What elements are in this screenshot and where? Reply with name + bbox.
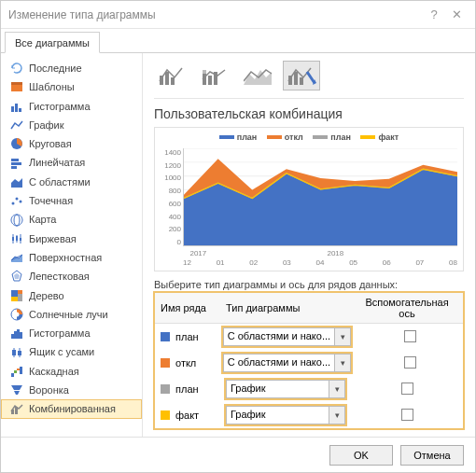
sidebar-item-10[interactable]: Поверхностная (1, 248, 142, 267)
series-row-2: планГрафик▾ (155, 376, 463, 402)
chart-type-icon (10, 327, 23, 340)
sidebar-item-3[interactable]: График (1, 116, 142, 134)
sidebar-item-17[interactable]: Воронка (1, 381, 142, 399)
series-swatch (161, 358, 170, 368)
col-secondary-axis: Вспомогательная ось (351, 293, 463, 323)
ok-button[interactable]: OK (329, 445, 393, 466)
sidebar-item-0[interactable]: Последние (1, 59, 142, 77)
chart-type-icon (10, 251, 23, 264)
close-button[interactable]: ✕ (445, 7, 468, 21)
sidebar-item-label: Шаблоны (29, 80, 75, 93)
chart-type-icon (10, 137, 23, 150)
sidebar-item-label: Точечная (29, 194, 73, 207)
secondary-axis-checkbox[interactable] (404, 356, 416, 369)
svg-rect-8 (11, 166, 17, 169)
sidebar-item-11[interactable]: Лепестковая (1, 267, 142, 285)
legend-fact: факт (378, 132, 399, 142)
secondary-axis-checkbox[interactable] (404, 330, 416, 342)
secondary-axis-checkbox[interactable] (401, 383, 413, 395)
subtype-row (154, 61, 464, 99)
sidebar-item-12[interactable]: Дерево (1, 286, 142, 305)
chevron-down-icon[interactable]: ▾ (334, 327, 351, 346)
sidebar-item-label: Линейчатая (29, 156, 85, 169)
sidebar-item-label: Комбинированная (29, 402, 116, 415)
chart-type-combo[interactable]: График▾ (226, 380, 345, 398)
svg-rect-27 (11, 297, 18, 301)
chart-type-icon (10, 383, 23, 396)
chart-type-icon (10, 100, 23, 113)
svg-line-57 (307, 72, 315, 83)
subtype-combo-1[interactable] (154, 61, 191, 90)
secondary-axis-checkbox[interactable] (401, 409, 413, 421)
subtype-combo-3[interactable] (240, 61, 277, 90)
chart-type-value: График (226, 380, 329, 398)
sidebar-item-6[interactable]: С областями (1, 173, 142, 191)
svg-rect-33 (20, 332, 22, 339)
chevron-down-icon[interactable]: ▾ (334, 354, 351, 372)
series-grid: Имя ряда Тип диаграммы Вспомогательная о… (154, 292, 464, 429)
chart-type-icon (10, 62, 23, 75)
sidebar-item-9[interactable]: Биржевая (1, 230, 142, 248)
chart-type-icon (10, 232, 23, 245)
series-swatch (161, 384, 170, 394)
chart-type-sidebar: ПоследниеШаблоныГистограммаГрафикКругова… (1, 53, 143, 437)
chart-type-icon (10, 365, 23, 378)
sidebar-item-14[interactable]: Гистограмма (1, 324, 142, 342)
svg-marker-9 (11, 178, 22, 188)
chart-plot (183, 148, 457, 246)
svg-rect-4 (19, 108, 21, 112)
help-button[interactable]: ? (423, 7, 445, 21)
svg-rect-40 (17, 369, 20, 370)
sidebar-item-label: Поверхностная (29, 251, 102, 264)
chevron-down-icon[interactable]: ▾ (329, 406, 345, 424)
sidebar-item-label: С областями (29, 175, 91, 188)
sidebar-item-label: Каскадная (29, 365, 79, 378)
sidebar-item-label: Карта (29, 213, 56, 226)
svg-rect-55 (294, 72, 298, 85)
svg-rect-32 (17, 329, 20, 339)
legend-plan2: план (330, 132, 351, 142)
sidebar-item-4[interactable]: Круговая (1, 134, 142, 153)
svg-point-12 (20, 201, 22, 203)
svg-rect-38 (11, 373, 14, 377)
svg-rect-15 (12, 237, 14, 241)
sidebar-item-16[interactable]: Каскадная (1, 362, 142, 381)
sidebar-item-18[interactable]: Комбинированная (1, 399, 142, 418)
sidebar-item-1[interactable]: Шаблоны (1, 77, 142, 96)
cancel-button[interactable]: Отмена (400, 445, 464, 466)
sidebar-item-5[interactable]: Линейчатая (1, 153, 142, 172)
chart-type-combo[interactable]: С областями и нако...▾ (223, 327, 351, 346)
col-chart-type: Тип диаграммы (220, 299, 351, 317)
svg-rect-56 (300, 77, 303, 85)
svg-rect-1 (11, 82, 22, 85)
chart-type-combo[interactable]: График▾ (226, 406, 345, 424)
svg-rect-41 (20, 367, 22, 374)
sidebar-item-2[interactable]: Гистограмма (1, 97, 142, 116)
tabs: Все диаграммы (1, 29, 475, 53)
col-series-name: Имя ряда (155, 299, 220, 317)
svg-marker-43 (14, 391, 20, 395)
sidebar-item-13[interactable]: Солнечные лучи (1, 305, 142, 324)
chart-type-icon (10, 80, 23, 93)
sidebar-item-8[interactable]: Карта (1, 210, 142, 229)
chart-type-value: График (226, 406, 329, 424)
svg-rect-2 (11, 106, 14, 112)
change-chart-type-dialog: Изменение типа диаграммы ? ✕ Все диаграм… (0, 0, 476, 473)
svg-rect-47 (165, 72, 169, 85)
subtype-combo-2[interactable] (197, 61, 234, 90)
svg-rect-6 (11, 159, 19, 161)
sidebar-item-label: Гистограмма (29, 100, 91, 113)
chart-type-icon (10, 346, 23, 359)
series-name: откл (175, 357, 196, 369)
tab-all-charts[interactable]: Все диаграммы (5, 32, 100, 53)
sidebar-item-15[interactable]: Ящик с усами (1, 342, 142, 361)
sidebar-item-7[interactable]: Точечная (1, 191, 142, 210)
subtype-combo-custom[interactable] (283, 61, 320, 90)
chevron-down-icon[interactable]: ▾ (329, 380, 345, 398)
chart-type-combo[interactable]: С областями и нако...▾ (223, 354, 351, 372)
series-name: план (175, 331, 199, 342)
sidebar-item-label: Дерево (29, 289, 64, 302)
series-row-3: фактГрафик▾ (155, 402, 463, 428)
svg-rect-3 (15, 104, 18, 112)
dialog-title: Изменение типа диаграммы (8, 8, 156, 21)
